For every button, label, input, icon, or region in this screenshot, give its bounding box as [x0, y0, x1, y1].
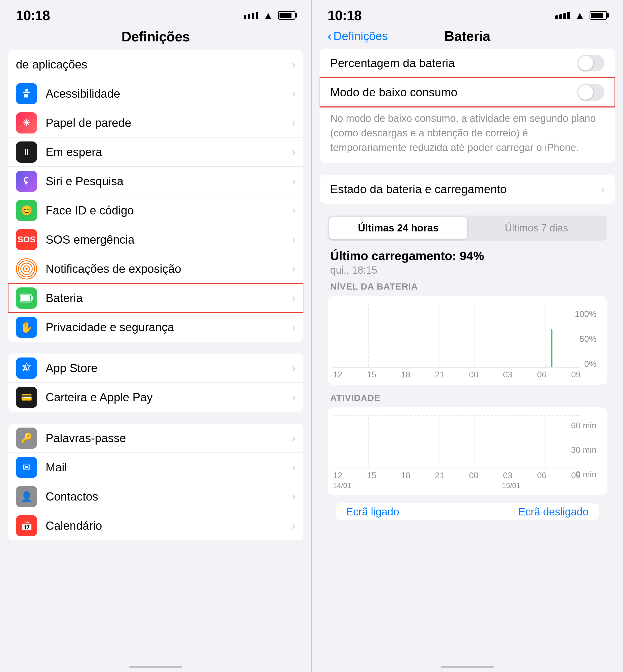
x-label-18: 18 — [401, 370, 411, 380]
right-nav-title: Bateria — [445, 28, 491, 44]
privacidade-icon: ✋ — [16, 317, 37, 338]
back-label: Definições — [333, 29, 388, 43]
settings-item-appstore[interactable]: A App Store › — [8, 354, 303, 383]
tab-24h[interactable]: Últimas 24 horas — [329, 217, 467, 239]
settings-item-siri[interactable]: 🎙 Siri e Pesquisa › — [8, 167, 303, 196]
settings-item-notif[interactable]: Notificações de exposição › — [8, 254, 303, 283]
siri-icon: 🎙 — [16, 171, 37, 192]
settings-item-espera[interactable]: ⏸ Em espera › — [8, 138, 303, 167]
right-signal-icon — [555, 12, 570, 19]
x-label-09: 09 — [571, 370, 581, 380]
battery-estado-section: Estado da bateria e carregamento › — [320, 175, 615, 204]
notif-label: Notificações de exposição — [46, 262, 289, 276]
right-time: 10:18 — [328, 7, 361, 23]
ax-03: 03 — [503, 471, 513, 480]
bateria-label: Bateria — [46, 291, 289, 305]
right-nav-header: ‹ Definições Bateria — [312, 26, 623, 49]
privacidade-label: Privacidade e segurança — [46, 320, 289, 334]
settings-item-sos[interactable]: SOS SOS emergência › — [8, 225, 303, 254]
grid-v-4 — [474, 304, 475, 367]
agrid-h-100 — [333, 415, 581, 416]
estado-chevron: › — [601, 184, 604, 195]
percentagem-toggle[interactable] — [577, 55, 604, 72]
ax-15: 15 — [367, 471, 376, 480]
settings-item-calendario[interactable]: 📅 Calendário › — [8, 511, 303, 540]
right-status-icons: ▲ — [555, 10, 607, 21]
svg-rect-2 — [31, 297, 33, 300]
appstore-icon: A — [16, 358, 37, 379]
mail-chevron: › — [292, 461, 295, 473]
time-tabs: Últimas 24 horas Últimos 7 dias — [328, 216, 607, 241]
agrid-v-1 — [368, 415, 369, 468]
home-indicator-left — [0, 660, 312, 672]
agrid-v-3 — [439, 415, 440, 468]
settings-item-bateria[interactable]: Bateria › — [8, 283, 303, 313]
grid-v-0 — [333, 304, 333, 367]
activity-x-labels: 12 15 18 21 00 03 06 09 — [333, 469, 581, 480]
sub-15-01: 15/01 — [502, 481, 521, 490]
faceid-chevron: › — [292, 204, 295, 216]
acessibilidade-icon — [16, 83, 37, 104]
left-status-icons: ▲ — [244, 10, 295, 21]
tab-7d[interactable]: Últimos 7 dias — [467, 217, 605, 239]
partial-item[interactable]: de aplicações › — [8, 50, 303, 79]
baixo-consumo-toggle[interactable] — [577, 84, 604, 101]
ecra-desligado-link[interactable]: Ecrã desligado — [518, 506, 589, 518]
back-chevron-icon: ‹ — [328, 29, 332, 43]
bateria-chevron: › — [292, 292, 295, 304]
x-label-03: 03 — [503, 370, 513, 380]
ax-18: 18 — [401, 471, 411, 480]
battery-estado-row[interactable]: Estado da bateria e carregamento › — [320, 175, 615, 204]
settings-item-mail[interactable]: ✉ Mail › — [8, 453, 303, 482]
agrid-v-5 — [510, 415, 510, 468]
agrid-v-0 — [333, 415, 333, 468]
espera-label: Em espera — [46, 145, 289, 159]
sos-icon: SOS — [16, 229, 37, 250]
activity-chart: 60 min 30 min 0 min — [328, 408, 607, 495]
settings-item-faceid[interactable]: 😊 Face ID e código › — [8, 196, 303, 225]
settings-item-palavras[interactable]: 🔑 Palavras-passe › — [8, 424, 303, 453]
calendario-chevron: › — [292, 520, 295, 532]
contactos-icon: 👤 — [16, 486, 37, 507]
settings-item-carteira[interactable]: 💳 Carteira e Apple Pay › — [8, 383, 303, 412]
settings-item-contactos[interactable]: 👤 Contactos › — [8, 482, 303, 511]
partial-chevron: › — [292, 59, 295, 71]
appstore-chevron: › — [292, 362, 295, 374]
sos-label: SOS emergência — [46, 233, 289, 246]
battery-row-percentagem[interactable]: Percentagem da bateria — [320, 49, 615, 78]
palavras-chevron: › — [292, 432, 295, 444]
settings-item-acessibilidade[interactable]: Acessibilidade › — [8, 79, 303, 108]
x-label-21: 21 — [435, 370, 445, 380]
papel-chevron: › — [292, 117, 295, 129]
x-label-00: 00 — [469, 370, 478, 380]
estado-label: Estado da bateria e carregamento — [330, 183, 507, 196]
grid-h-100 — [333, 304, 581, 304]
ax-06: 06 — [537, 471, 546, 480]
settings-item-papel[interactable]: ✳ Papel de parede › — [8, 108, 303, 138]
sos-chevron: › — [292, 233, 295, 246]
ecra-ligado-link[interactable]: Ecrã ligado — [346, 506, 399, 518]
chart-section: Último carregamento: 94% qui., 18:15 NÍV… — [320, 249, 615, 528]
mail-label: Mail — [46, 461, 289, 474]
back-button[interactable]: ‹ Definições — [328, 29, 388, 43]
right-panel: 10:18 ▲ ‹ Definições Bateria — [312, 0, 623, 672]
last-charge-title: Último carregamento: 94% — [328, 249, 607, 264]
percentagem-toggle-knob — [578, 56, 593, 71]
agrid-v-4 — [474, 415, 475, 468]
grid-v-6 — [545, 304, 545, 367]
battery-chart-inner — [333, 304, 581, 368]
battery-row-baixo-consumo[interactable]: Modo de baixo consumo — [320, 78, 615, 107]
espera-icon: ⏸ — [16, 141, 37, 163]
settings-item-privacidade[interactable]: ✋ Privacidade e segurança › — [8, 313, 303, 342]
ay-0: 0 min — [576, 470, 596, 479]
battery-toggles-section: Percentagem da bateria Modo de baixo con… — [320, 49, 615, 163]
palavras-label: Palavras-passe — [46, 431, 289, 445]
partial-item-label: de aplicações — [16, 58, 289, 71]
right-status-bar: 10:18 ▲ — [312, 0, 623, 26]
contactos-chevron: › — [292, 491, 295, 502]
battery-note: No modo de baixo consumo, a atividade em… — [320, 107, 615, 163]
signal-icon — [244, 12, 258, 19]
sub-14-01: 14/01 — [333, 481, 351, 490]
calendario-icon: 📅 — [16, 515, 37, 536]
svg-rect-3 — [21, 295, 30, 301]
